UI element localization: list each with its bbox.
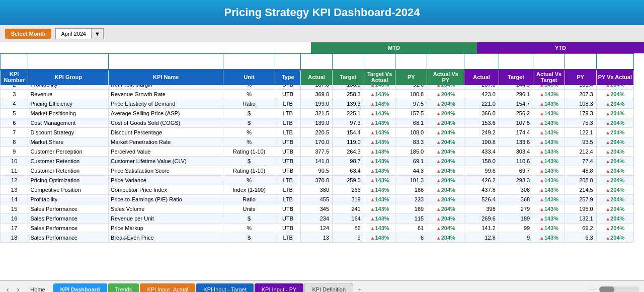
cell-type: UTB bbox=[275, 137, 300, 147]
table-row: 8 Market Share Market Penetration Rate %… bbox=[1, 137, 634, 147]
cell-ytd-actual: 249.2 bbox=[464, 128, 499, 137]
arrow-up-icon: ▲ bbox=[436, 178, 441, 183]
arrow-up-icon: ▲ bbox=[370, 101, 375, 107]
tab-kpi-input-py[interactable]: KPI Input - PY bbox=[255, 283, 304, 292]
cell-name: Revenue Growth Rate bbox=[109, 90, 223, 99]
cell-ytd-actual: 269.6 bbox=[464, 214, 499, 224]
arrow-up-icon: ▲ bbox=[539, 120, 544, 126]
table-row: 5 Market Positioning Average Selling Pri… bbox=[1, 109, 634, 118]
cell-mtd-py: 181.3 bbox=[395, 176, 427, 185]
select-month-button[interactable]: Select Month bbox=[5, 29, 51, 39]
cell-ytd-actual: 398 bbox=[464, 204, 499, 214]
cell-num: 12 bbox=[1, 176, 28, 185]
cell-mtd-py: 69.1 bbox=[395, 157, 427, 166]
cell-group: Competitive Position bbox=[28, 185, 109, 195]
cell-ytd-pva: ▲204% bbox=[596, 224, 633, 233]
cell-type: LTB bbox=[275, 233, 300, 243]
tab-next-button[interactable]: › bbox=[13, 283, 24, 292]
cell-mtd-actual: 199.0 bbox=[301, 99, 333, 109]
cell-ytd-actual: 141.2 bbox=[464, 224, 499, 233]
cell-ytd-py: 122.1 bbox=[565, 128, 596, 137]
tab-kpi-definition[interactable]: KPI Definition bbox=[304, 283, 353, 292]
cell-mtd-actual: 345 bbox=[301, 204, 333, 214]
tab-kpi-dashboard[interactable]: KPI Dashboard bbox=[53, 283, 107, 292]
cell-mtd-py: 223 bbox=[395, 195, 427, 204]
cell-mtd-target: 319 bbox=[333, 195, 364, 204]
table-row: 16 Sales Performance Revenue per Unit $ … bbox=[1, 214, 634, 224]
cell-ytd-pva: ▲204% bbox=[596, 204, 633, 214]
table-row: 9 Customer Perception Perceived Value Ra… bbox=[1, 147, 634, 157]
arrow-up-icon: ▲ bbox=[436, 197, 441, 202]
cell-ytd-target: 279 bbox=[499, 204, 533, 214]
tab-home[interactable]: Home bbox=[23, 283, 52, 292]
tab-kpi-input-actual[interactable]: KPI Input_Actual bbox=[140, 283, 195, 292]
arrow-up-icon: ▲ bbox=[370, 159, 375, 164]
cell-name: Perceived Value bbox=[109, 147, 223, 157]
cell-ytd-target: 9 bbox=[499, 233, 533, 243]
cell-ytd-actual: 437.8 bbox=[464, 185, 499, 195]
arrow-up-icon: ▲ bbox=[605, 111, 610, 116]
cell-group: Customer Perception bbox=[28, 147, 109, 157]
cell-type: UTB bbox=[275, 204, 300, 214]
arrow-up-icon: ▲ bbox=[370, 139, 375, 145]
cell-mtd-target: 258.3 bbox=[333, 90, 364, 99]
arrow-up-icon: ▲ bbox=[539, 130, 544, 135]
cell-mtd-target: 98.7 bbox=[333, 157, 364, 166]
col-header-ytd-tva: Actual Vs Target bbox=[533, 68, 565, 85]
cell-ytd-py: 214.5 bbox=[565, 185, 596, 195]
cell-num: 7 bbox=[1, 128, 28, 137]
cell-ytd-tva: ▲143% bbox=[533, 166, 565, 176]
tab-add-button[interactable]: + bbox=[354, 283, 365, 292]
arrow-up-icon: ▲ bbox=[370, 92, 375, 97]
bottom-tab-bar: ‹ › Home KPI Dashboard Trends KPI Input_… bbox=[0, 280, 644, 292]
cell-ytd-py: 93.5 bbox=[565, 137, 596, 147]
cell-mtd-tva: ▲143% bbox=[364, 195, 395, 204]
tab-prev-button[interactable]: ‹ bbox=[3, 283, 13, 292]
cell-mtd-py: 61 bbox=[395, 224, 427, 233]
cell-ytd-tva: ▲143% bbox=[533, 185, 565, 195]
col-header-ytd-py: PY bbox=[565, 68, 596, 85]
cell-mtd-py: 108.0 bbox=[395, 128, 427, 137]
col-header-unit: Unit bbox=[223, 68, 275, 85]
cell-type: LTB bbox=[275, 118, 300, 128]
cell-unit: % bbox=[223, 224, 275, 233]
cell-ytd-actual: 423.0 bbox=[464, 90, 499, 99]
cell-group: Customer Retention bbox=[28, 166, 109, 176]
cell-ytd-tva: ▲143% bbox=[533, 118, 565, 128]
tab-kpi-input-target[interactable]: KPI Input - Target bbox=[196, 283, 253, 292]
cell-ytd-py: 75.3 bbox=[565, 118, 596, 128]
arrow-up-icon: ▲ bbox=[539, 111, 544, 116]
col-header-mtd-avp: Actual Vs PY bbox=[427, 68, 464, 85]
cell-mtd-actual: 170.0 bbox=[301, 137, 333, 147]
col-header-mtd-py: PY bbox=[395, 68, 427, 85]
cell-mtd-avp: ▲204% bbox=[427, 147, 464, 157]
arrow-up-icon: ▲ bbox=[605, 92, 610, 97]
arrow-up-icon: ▲ bbox=[539, 178, 544, 183]
cell-mtd-py: 83.3 bbox=[395, 137, 427, 147]
cell-ytd-target: 256.2 bbox=[499, 109, 533, 118]
cell-mtd-actual: 380 bbox=[301, 185, 333, 195]
col-header-mtd-tva: Target Vs Actual bbox=[364, 68, 395, 85]
arrow-up-icon: ▲ bbox=[370, 111, 375, 116]
tab-more-options[interactable]: ⋯ bbox=[589, 286, 595, 293]
tab-trends[interactable]: Trends bbox=[108, 283, 139, 292]
cell-name: Competitor Price Index bbox=[109, 185, 223, 195]
cell-ytd-target: 368 bbox=[499, 195, 533, 204]
scroll-bar bbox=[599, 286, 639, 292]
cell-ytd-tva: ▲143% bbox=[533, 147, 565, 157]
cell-mtd-tva: ▲143% bbox=[364, 157, 395, 166]
arrow-up-icon: ▲ bbox=[436, 149, 441, 155]
cell-mtd-tva: ▲143% bbox=[364, 90, 395, 99]
arrow-up-icon: ▲ bbox=[605, 130, 610, 135]
cell-mtd-tva: ▲143% bbox=[364, 128, 395, 137]
cell-mtd-actual: 139.0 bbox=[301, 118, 333, 128]
cell-ytd-py: 69.2 bbox=[565, 224, 596, 233]
cell-ytd-target: 154.7 bbox=[499, 99, 533, 109]
cell-ytd-py: 179.3 bbox=[565, 109, 596, 118]
cell-ytd-py: 132.1 bbox=[565, 214, 596, 224]
arrow-up-icon: ▲ bbox=[605, 149, 610, 155]
col-header-mtd-target: Target bbox=[333, 68, 364, 85]
table-row: 18 Sales Performance Break-Even Price $ … bbox=[1, 233, 634, 243]
month-dropdown-arrow[interactable]: ▼ bbox=[91, 29, 103, 39]
cell-mtd-avp: ▲204% bbox=[427, 166, 464, 176]
